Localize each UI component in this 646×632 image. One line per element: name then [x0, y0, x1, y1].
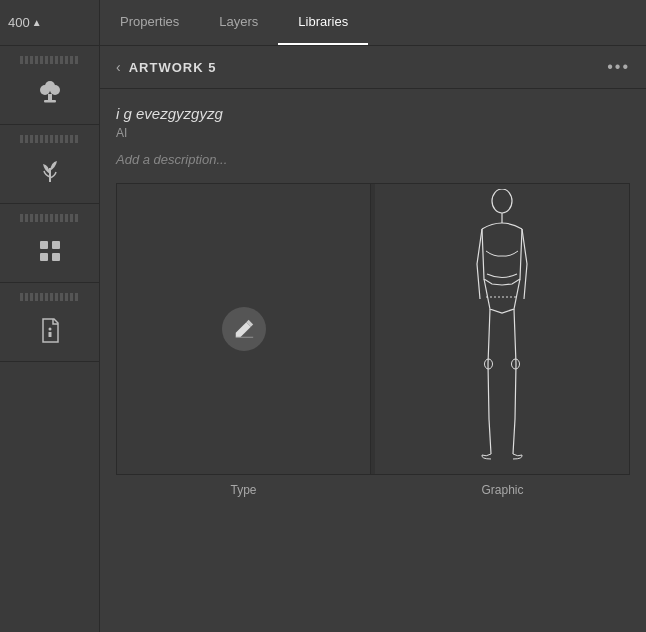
svg-rect-8 [52, 253, 60, 261]
svg-rect-5 [40, 241, 48, 249]
svg-point-2 [45, 81, 55, 91]
svg-rect-3 [48, 94, 52, 101]
library-name: i g evezgyzgyzg [116, 105, 630, 122]
tab-libraries[interactable]: Libraries [278, 0, 368, 45]
library-info: i g evezgyzgyzg AI [100, 89, 646, 148]
stripe-bar-2 [20, 135, 80, 143]
grid-container [116, 183, 630, 475]
svg-rect-7 [40, 253, 48, 261]
zoom-control[interactable]: 400 ▲ [0, 0, 99, 46]
figure-svg [472, 189, 532, 469]
grid-labels: Type Graphic [116, 483, 630, 497]
library-type: AI [116, 126, 630, 140]
grid-cell-graphic [375, 184, 629, 474]
stripe-bar-4 [20, 293, 80, 301]
svg-rect-4 [44, 100, 56, 103]
sidebar-group-4 [0, 283, 99, 362]
svg-rect-10 [48, 332, 51, 337]
stripe-bar-1 [20, 56, 80, 64]
plant-icon[interactable] [18, 149, 82, 195]
grid-icon[interactable] [18, 228, 82, 274]
grid-cell-type [117, 184, 371, 474]
stripe-bar-3 [20, 214, 80, 222]
tab-layers[interactable]: Layers [199, 0, 278, 45]
zoom-arrow: ▲ [32, 17, 42, 28]
svg-rect-6 [52, 241, 60, 249]
tabs-bar: Properties Layers Libraries [100, 0, 646, 46]
left-sidebar: 400 ▲ [0, 0, 100, 632]
zoom-value: 400 [8, 15, 30, 30]
more-options-button[interactable]: ••• [607, 58, 630, 76]
main-panel: Properties Layers Libraries ‹ ARTWORK 5 … [100, 0, 646, 632]
clubs-icon[interactable] [18, 70, 82, 116]
edit-button[interactable] [222, 307, 266, 351]
sidebar-group-1 [0, 46, 99, 125]
content-area: ‹ ARTWORK 5 ••• i g evezgyzgyzg AI Add a… [100, 46, 646, 632]
type-label: Type [116, 483, 371, 497]
sidebar-group-3 [0, 204, 99, 283]
info-file-icon[interactable] [18, 307, 82, 353]
tab-properties[interactable]: Properties [100, 0, 199, 45]
svg-point-12 [492, 189, 512, 213]
sidebar-group-2 [0, 125, 99, 204]
figure-container [375, 184, 629, 474]
breadcrumb-bar: ‹ ARTWORK 5 ••• [100, 46, 646, 89]
library-description[interactable]: Add a description... [100, 148, 646, 183]
breadcrumb-left: ‹ ARTWORK 5 [116, 59, 216, 75]
grid-area: Type Graphic [100, 183, 646, 632]
graphic-label: Graphic [375, 483, 630, 497]
breadcrumb-title: ARTWORK 5 [129, 60, 217, 75]
back-button[interactable]: ‹ [116, 59, 121, 75]
svg-point-9 [48, 328, 51, 331]
